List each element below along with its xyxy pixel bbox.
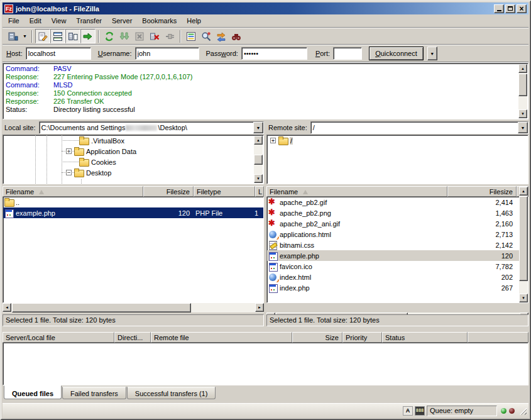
menu-bookmarks[interactable]: Bookmarks <box>137 15 182 26</box>
activity-led-green <box>501 408 506 414</box>
menu-transfer[interactable]: Transfer <box>71 15 107 26</box>
column-header-filename[interactable]: Filename <box>3 186 143 197</box>
local-site-combobox[interactable]: C:\Documents and Settings\Desktop\ ▼ <box>39 121 264 134</box>
file-row[interactable]: apache_pb2.gif 2,414 <box>267 197 528 207</box>
scroll-down-button[interactable]: ▼ <box>519 294 528 302</box>
scroll-right-button[interactable]: ► <box>255 303 264 312</box>
menu-help[interactable]: Help <box>182 15 206 26</box>
file-row-selected[interactable]: example.php 120 PHP File 1 <box>3 207 263 218</box>
process-queue-button[interactable] <box>117 29 132 43</box>
column-header-remote-file[interactable]: Remote file <box>151 332 292 343</box>
data-type-indicator-icon[interactable]: A <box>403 406 413 416</box>
column-header-modified[interactable]: L <box>255 186 264 197</box>
file-row[interactable]: apache_pb2.png 1,463 <box>267 207 528 218</box>
local-list-header: Filename Filesize Filetype L <box>3 186 264 197</box>
toggle-transfer-queue-button[interactable] <box>80 29 96 43</box>
column-header-status[interactable]: Status <box>382 332 468 343</box>
disconnect-button[interactable] <box>147 29 162 43</box>
column-header-priority[interactable]: Priority <box>342 332 382 343</box>
tree-item[interactable]: Cookies <box>3 157 263 167</box>
synchronized-browsing-button[interactable] <box>214 29 229 43</box>
tree-item[interactable]: − Desktop <box>3 167 263 178</box>
remote-site-dropdown-button[interactable]: ▼ <box>518 122 528 133</box>
port-input[interactable] <box>333 47 362 60</box>
directory-comparison-button[interactable] <box>199 29 214 43</box>
toolbar-separator <box>180 30 181 43</box>
scroll-thumb[interactable] <box>12 303 191 312</box>
speed-limit-indicator-icon[interactable]: 888 <box>415 406 425 416</box>
remote-root-label: / <box>290 137 293 145</box>
scroll-down-button[interactable]: ▼ <box>254 174 263 183</box>
quickconnect-button[interactable]: Quickconnect <box>369 47 424 60</box>
reconnect-button[interactable] <box>162 29 177 43</box>
site-manager-dropdown-button[interactable]: ▼ <box>21 29 29 43</box>
file-row[interactable]: applications.html 2,713 <box>267 229 528 240</box>
username-input[interactable] <box>135 47 199 60</box>
scroll-up-button[interactable]: ▲ <box>519 187 528 196</box>
scroll-thumb[interactable] <box>519 196 528 281</box>
menu-edit[interactable]: Edit <box>25 15 47 26</box>
menu-view[interactable]: View <box>47 15 72 26</box>
column-header-filesize[interactable]: Filesize <box>447 186 517 197</box>
local-hscrollbar[interactable]: ◄ ► <box>3 303 264 312</box>
toggle-remote-tree-button[interactable] <box>65 29 80 43</box>
menu-server[interactable]: Server <box>107 15 137 26</box>
toggle-message-log-button[interactable] <box>35 29 50 43</box>
file-row-selected[interactable]: example.php 120 <box>267 250 528 261</box>
column-header-filename[interactable]: Filename <box>266 186 447 197</box>
file-row[interactable]: favicon.ico 7,782 <box>267 261 528 272</box>
remote-tree[interactable]: + / <box>266 135 528 184</box>
remote-list-vscrollbar[interactable]: ▲ ▼ <box>519 187 528 302</box>
tree-item[interactable]: .VirtualBox <box>3 135 263 146</box>
scroll-left-button[interactable]: ◄ <box>3 303 11 312</box>
password-input[interactable] <box>241 47 307 60</box>
site-manager-button[interactable] <box>6 29 21 43</box>
column-header-direction[interactable]: Directi... <box>114 332 151 343</box>
file-row[interactable]: index.html 202 <box>267 272 528 282</box>
file-row[interactable]: bitnami.css 2,142 <box>267 240 528 250</box>
local-site-dropdown-button[interactable]: ▼ <box>253 122 263 133</box>
refresh-button[interactable] <box>102 29 117 43</box>
file-row[interactable]: index.php 267 <box>267 282 528 293</box>
cancel-operation-button[interactable] <box>132 29 147 43</box>
file-row[interactable]: apache_pb2_ani.gif 2,160 <box>267 218 528 229</box>
scroll-up-button[interactable]: ▲ <box>254 136 263 145</box>
column-header-server-local-file[interactable]: Server/Local file <box>3 332 114 343</box>
tree-item[interactable]: + Application Data <box>3 146 263 157</box>
tab-failed-transfers[interactable]: Failed transfers <box>62 387 126 399</box>
scroll-thumb[interactable] <box>254 155 263 165</box>
maximize-button[interactable] <box>505 4 515 13</box>
expand-plus-icon[interactable]: + <box>270 138 276 143</box>
scroll-down-button[interactable]: ▼ <box>518 109 527 118</box>
scroll-thumb[interactable] <box>518 74 527 96</box>
local-file-list[interactable]: .. example.php 120 PHP File 1 <box>3 197 264 303</box>
tab-queued-files[interactable]: Queued files <box>4 385 62 399</box>
close-button[interactable]: × <box>517 4 527 13</box>
folder-icon <box>74 169 84 177</box>
queue-body[interactable] <box>3 343 528 385</box>
column-header-filesize[interactable]: Filesize <box>143 186 194 197</box>
remote-site-combobox[interactable]: / ▼ <box>310 121 528 134</box>
menu-file[interactable]: File <box>3 15 25 26</box>
file-row[interactable]: .. <box>3 197 263 207</box>
local-tree[interactable]: .VirtualBox + Application Data Cookies −… <box>3 135 264 184</box>
host-input[interactable] <box>26 47 91 60</box>
title-bar[interactable]: Fz john@localhost - FileZilla × <box>3 3 528 14</box>
find-files-button[interactable] <box>229 29 244 43</box>
column-header-filetype[interactable]: Filetype <box>194 186 255 197</box>
image-file-icon <box>268 209 278 218</box>
resize-grip[interactable] <box>518 407 527 415</box>
local-tree-scrollbar[interactable]: ▲ ▼ <box>254 136 263 183</box>
log-scrollbar[interactable]: ▲ ▼ <box>518 64 527 118</box>
remote-file-list[interactable]: apache_pb2.gif 2,414 apache_pb2.png 1,46… <box>266 197 528 303</box>
scroll-up-button[interactable]: ▲ <box>518 64 527 73</box>
tab-successful-transfers[interactable]: Successful transfers (1) <box>127 387 216 399</box>
minimize-button[interactable] <box>494 4 504 13</box>
quickconnect-dropdown-button[interactable]: ▼ <box>427 47 437 60</box>
toggle-local-tree-button[interactable] <box>50 29 65 43</box>
column-header-size[interactable]: Size <box>292 332 342 343</box>
directory-filters-button[interactable] <box>183 29 199 43</box>
remote-list-header: Filename Filesize <box>266 186 528 197</box>
message-log[interactable]: Command:PASV Response:227 Entering Passi… <box>3 63 528 119</box>
tree-item[interactable]: + / <box>267 135 528 146</box>
